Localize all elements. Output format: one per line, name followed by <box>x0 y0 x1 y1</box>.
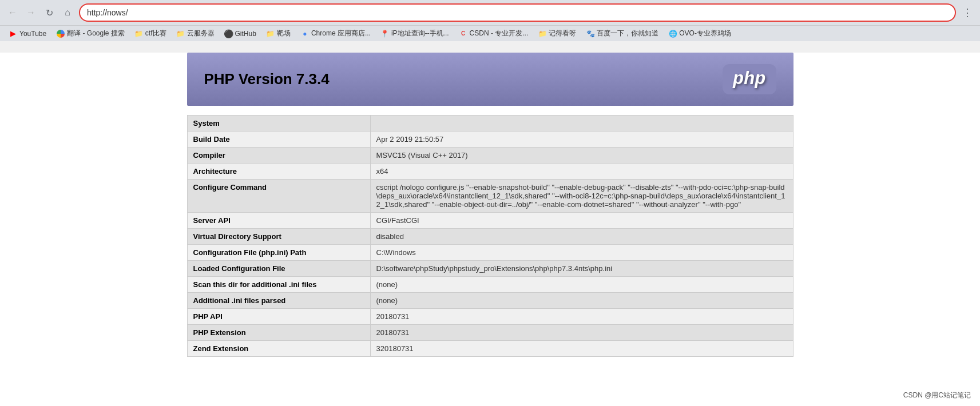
browser-toolbar: ← → ↻ ⌂ ⋮ <box>0 0 980 25</box>
php-logo: php <box>723 64 776 94</box>
baidu-icon: 🐾 <box>586 30 594 38</box>
table-value: Apr 2 2019 21:50:57 <box>370 132 793 148</box>
table-value: 320180731 <box>370 341 793 357</box>
bookmark-ip-lookup-label: iP地址查询--手机... <box>391 29 449 38</box>
phpinfo-wrapper: PHP Version 7.3.4 php SystemBuild DateAp… <box>187 53 793 357</box>
bookmark-range-label: 靶场 <box>277 29 291 38</box>
csdn-icon: C <box>459 30 467 38</box>
bookmark-chrome-store[interactable]: ● Chrome 应用商店... <box>296 27 375 40</box>
table-value <box>370 116 793 132</box>
watermark: CSDN @用C站记笔记 <box>901 389 973 401</box>
bookmark-google-translate[interactable]: 翻译 - Google 搜索 <box>52 27 129 40</box>
table-key: Loaded Configuration File <box>187 261 370 277</box>
table-row: Configuration File (php.ini) PathC:\Wind… <box>187 245 793 261</box>
browser-chrome: ← → ↻ ⌂ ⋮ ▶ YouTube 翻译 - Google 搜索 📁 ctf… <box>0 0 980 41</box>
table-row: Build DateApr 2 2019 21:50:57 <box>187 132 793 148</box>
table-key: System <box>187 116 370 132</box>
youtube-icon: ▶ <box>9 30 17 38</box>
table-row: Architecturex64 <box>187 164 793 180</box>
table-value: cscript /nologo configure.js "--enable-s… <box>370 180 793 213</box>
phpinfo-header: PHP Version 7.3.4 php <box>187 53 793 106</box>
bookmark-ctf-label: ctf比赛 <box>145 29 166 38</box>
table-key: Scan this dir for additional .ini files <box>187 277 370 293</box>
table-key: Architecture <box>187 164 370 180</box>
table-value: (none) <box>370 277 793 293</box>
php-logo-text: php <box>733 69 766 90</box>
table-value: disabled <box>370 229 793 245</box>
bookmark-youtube[interactable]: ▶ YouTube <box>5 28 51 39</box>
table-row: PHP Extension20180731 <box>187 325 793 341</box>
table-row: System <box>187 116 793 132</box>
bookmark-chrome-store-label: Chrome 应用商店... <box>311 29 371 38</box>
table-key: Configure Command <box>187 180 370 213</box>
folder-icon-ctf: 📁 <box>135 30 143 38</box>
table-row: Zend Extension320180731 <box>187 341 793 357</box>
table-key: Server API <box>187 213 370 229</box>
table-value: MSVC15 (Visual C++ 2017) <box>370 148 793 164</box>
bookmark-github[interactable]: ⚫ GitHub <box>220 28 261 39</box>
bookmark-cloud-label: 云服务器 <box>187 29 215 38</box>
bookmark-cloud[interactable]: 📁 云服务器 <box>172 27 219 40</box>
bookmark-range[interactable]: 📁 靶场 <box>262 27 295 40</box>
table-row: Virtual Directory Supportdisabled <box>187 229 793 245</box>
table-row: Configure Commandcscript /nologo configu… <box>187 180 793 213</box>
table-value: x64 <box>370 164 793 180</box>
phpinfo-title: PHP Version 7.3.4 <box>204 70 330 88</box>
home-button[interactable]: ⌂ <box>59 5 76 21</box>
table-key: Build Date <box>187 132 370 148</box>
chrome-icon: ● <box>301 30 309 38</box>
table-key: Zend Extension <box>187 341 370 357</box>
bookmark-ip-lookup[interactable]: 📍 iP地址查询--手机... <box>376 27 454 40</box>
bookmark-youtube-label: YouTube <box>19 30 46 38</box>
bookmarks-bar: ▶ YouTube 翻译 - Google 搜索 📁 ctf比赛 📁 云服务器 … <box>0 25 980 41</box>
bookmark-ovo-label: OVO-专业养鸡场 <box>679 29 731 38</box>
table-row: Additional .ini files parsed(none) <box>187 293 793 309</box>
bookmark-csdn-label: CSDN - 专业开发... <box>470 29 529 38</box>
reload-button[interactable]: ↻ <box>41 5 57 21</box>
back-button[interactable]: ← <box>5 5 21 21</box>
page-content: PHP Version 7.3.4 php SystemBuild DateAp… <box>0 53 980 406</box>
table-key: PHP Extension <box>187 325 370 341</box>
globe-icon: 🌐 <box>669 30 677 38</box>
table-row: CompilerMSVC15 (Visual C++ 2017) <box>187 148 793 164</box>
folder-icon-notes: 📁 <box>538 30 546 38</box>
table-value: C:\Windows <box>370 245 793 261</box>
table-key: PHP API <box>187 309 370 325</box>
table-key: Configuration File (php.ini) Path <box>187 245 370 261</box>
folder-icon-range: 📁 <box>267 30 275 38</box>
address-bar[interactable] <box>79 3 956 22</box>
table-value: 20180731 <box>370 325 793 341</box>
bookmark-notes[interactable]: 📁 记得看呀 <box>534 27 581 40</box>
bookmark-ovo[interactable]: 🌐 OVO-专业养鸡场 <box>664 27 736 40</box>
bookmark-baidu-label: 百度一下，你就知道 <box>597 29 658 38</box>
table-value: (none) <box>370 293 793 309</box>
table-key: Additional .ini files parsed <box>187 293 370 309</box>
address-bar-container <box>79 3 956 22</box>
table-row: PHP API20180731 <box>187 309 793 325</box>
forward-button[interactable]: → <box>23 5 39 21</box>
map-icon: 📍 <box>381 30 389 38</box>
bookmark-ctf[interactable]: 📁 ctf比赛 <box>130 27 171 40</box>
bookmark-github-label: GitHub <box>235 30 256 38</box>
table-value: 20180731 <box>370 309 793 325</box>
bookmark-baidu[interactable]: 🐾 百度一下，你就知道 <box>582 27 663 40</box>
google-icon <box>57 30 65 38</box>
table-key: Compiler <box>187 148 370 164</box>
table-value: D:\software\phpStudy\phpstudy_pro\Extens… <box>370 261 793 277</box>
table-row: Loaded Configuration FileD:\software\php… <box>187 261 793 277</box>
table-row: Scan this dir for additional .ini files(… <box>187 277 793 293</box>
bookmark-notes-label: 记得看呀 <box>549 29 576 38</box>
table-value: CGI/FastCGI <box>370 213 793 229</box>
github-icon: ⚫ <box>225 30 233 38</box>
table-key: Virtual Directory Support <box>187 229 370 245</box>
bookmark-csdn[interactable]: C CSDN - 专业开发... <box>455 27 533 40</box>
folder-icon-cloud: 📁 <box>177 30 185 38</box>
phpinfo-table: SystemBuild DateApr 2 2019 21:50:57Compi… <box>187 115 793 357</box>
table-row: Server APICGI/FastCGI <box>187 213 793 229</box>
browser-menu-button[interactable]: ⋮ <box>959 5 975 21</box>
bookmark-google-translate-label: 翻译 - Google 搜索 <box>67 29 125 38</box>
nav-buttons: ← → ↻ ⌂ <box>5 5 76 21</box>
